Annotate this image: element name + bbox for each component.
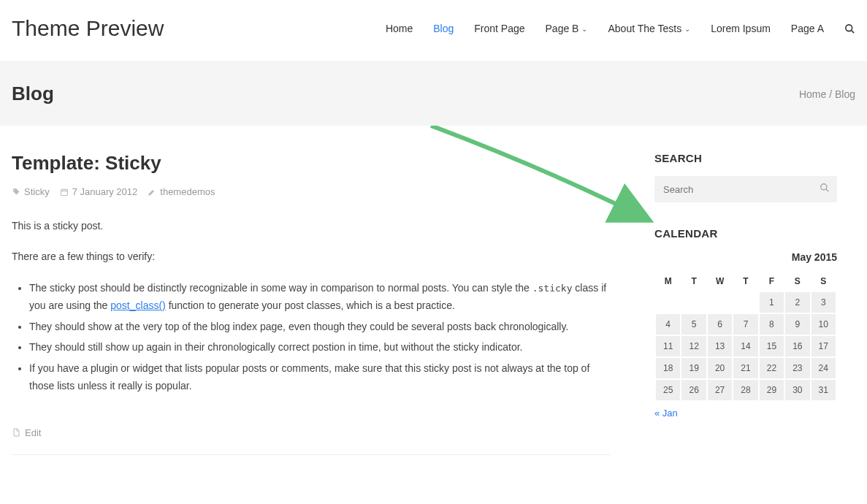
edit-label: Edit [25, 427, 41, 438]
list-item: If you have a plugin or widget that list… [29, 359, 611, 395]
nav-search-button[interactable] [844, 23, 855, 34]
post-meta: Sticky 7 January 2012 themedemos [12, 186, 611, 197]
calendar-table: M T W T F S S 1 2 3 45678910 [654, 270, 837, 402]
cal-day[interactable]: 22 [760, 358, 784, 378]
svg-rect-2 [61, 189, 67, 195]
cal-pad [656, 292, 680, 313]
cal-day[interactable]: 6 [708, 314, 732, 335]
nav-home[interactable]: Home [386, 23, 413, 34]
cal-day-head: S [811, 272, 836, 291]
cal-day[interactable]: 18 [656, 358, 680, 378]
cal-day-head: F [760, 272, 784, 291]
search-box [654, 176, 837, 202]
cal-day[interactable]: 1 [760, 292, 784, 313]
calendar-prev-link[interactable]: « Jan [654, 408, 678, 419]
post-class-link[interactable]: post_class() [110, 299, 165, 311]
main-column: Template: Sticky Sticky 7 January 2012 t… [12, 152, 611, 455]
breadcrumb-sep: / [826, 88, 835, 100]
cal-day[interactable]: 30 [785, 380, 809, 400]
cal-day[interactable]: 7 [733, 314, 757, 335]
cal-day[interactable]: 12 [681, 336, 706, 356]
cal-day[interactable]: 9 [785, 314, 809, 335]
nav-label: Home [386, 23, 413, 34]
cal-day-head: T [681, 272, 706, 291]
nav-lorem-ipsum[interactable]: Lorem Ipsum [711, 23, 771, 34]
calendar-prev[interactable]: « Jan [654, 408, 837, 419]
cal-pad [708, 292, 732, 313]
tag-icon [12, 188, 20, 196]
nav-label: About The Tests [608, 23, 681, 34]
search-icon [844, 23, 855, 34]
svg-line-7 [826, 189, 828, 191]
widget-title: SEARCH [654, 152, 837, 164]
nav-about-tests[interactable]: About The Tests⌄ [608, 23, 690, 34]
cal-day-head: S [785, 272, 809, 291]
cal-day[interactable]: 16 [785, 336, 809, 356]
cal-day[interactable]: 5 [681, 314, 706, 335]
post-title[interactable]: Template: Sticky [12, 152, 611, 175]
list-item: They should show at the very top of the … [29, 318, 611, 336]
search-icon [820, 183, 830, 193]
post-content: This is a sticky post. There are a few t… [12, 218, 611, 395]
text: The sticky post should be distinctly rec… [29, 282, 532, 294]
post-date-label: 7 January 2012 [72, 186, 138, 197]
cal-day[interactable]: 20 [708, 358, 732, 378]
cal-day-head: M [656, 272, 680, 291]
cal-pad [733, 292, 757, 313]
cal-pad [681, 292, 706, 313]
cal-day[interactable]: 25 [656, 380, 680, 400]
cal-day[interactable]: 31 [811, 380, 836, 400]
cal-day[interactable]: 29 [760, 380, 784, 400]
chevron-down-icon: ⌄ [684, 25, 690, 33]
nav-label: Lorem Ipsum [711, 23, 771, 34]
sidebar: SEARCH CALENDAR May 2015 M T W T F S S [654, 152, 837, 455]
cal-day[interactable]: 27 [708, 380, 732, 400]
cal-day[interactable]: 28 [733, 380, 757, 400]
main-nav: Home Blog Front Page Page B⌄ About The T… [386, 23, 855, 34]
search-submit-button[interactable] [820, 183, 830, 196]
cal-day[interactable]: 23 [785, 358, 809, 378]
cal-day[interactable]: 13 [708, 336, 732, 356]
nav-page-b[interactable]: Page B⌄ [546, 23, 588, 34]
cal-day[interactable]: 10 [811, 314, 836, 335]
cal-day[interactable]: 4 [656, 314, 680, 335]
cal-day[interactable]: 19 [681, 358, 706, 378]
cal-day[interactable]: 15 [760, 336, 784, 356]
cal-day[interactable]: 11 [656, 336, 680, 356]
cal-day-head: T [733, 272, 757, 291]
nav-front-page[interactable]: Front Page [474, 23, 524, 34]
nav-page-a[interactable]: Page A [791, 23, 824, 34]
page-title: Blog [12, 83, 54, 105]
site-title[interactable]: Theme Preview [12, 16, 164, 41]
cal-day[interactable]: 21 [733, 358, 757, 378]
post-list: The sticky post should be distinctly rec… [12, 279, 611, 395]
cal-day[interactable]: 24 [811, 358, 836, 378]
search-input[interactable] [654, 184, 837, 195]
post-paragraph: This is a sticky post. [12, 218, 611, 235]
post-tag-label: Sticky [24, 186, 50, 197]
breadcrumb-home[interactable]: Home [799, 88, 826, 100]
cal-day[interactable]: 17 [811, 336, 836, 356]
edit-link[interactable]: Edit [12, 427, 611, 455]
cal-day[interactable]: 8 [760, 314, 784, 335]
post-paragraph: There are a few things to verify: [12, 248, 611, 266]
cal-day[interactable]: 14 [733, 336, 757, 356]
topbar: Theme Preview Home Blog Front Page Page … [0, 0, 867, 62]
widget-calendar: CALENDAR May 2015 M T W T F S S 1 2 [654, 227, 837, 419]
page-header: Blog Home / Blog [0, 62, 867, 126]
svg-point-6 [821, 184, 827, 190]
nav-label: Front Page [474, 23, 524, 34]
post-tag[interactable]: Sticky [12, 186, 50, 197]
cal-day[interactable]: 26 [681, 380, 706, 400]
nav-label: Blog [433, 23, 454, 34]
calendar-caption: May 2015 [654, 251, 837, 263]
svg-line-1 [852, 30, 854, 32]
svg-point-0 [846, 24, 852, 31]
post-date[interactable]: 7 January 2012 [60, 186, 138, 197]
nav-label: Page B [546, 23, 579, 34]
cal-day[interactable]: 3 [811, 292, 836, 313]
cal-day[interactable]: 2 [785, 292, 809, 313]
post-author-label: themedemos [160, 186, 215, 197]
nav-blog[interactable]: Blog [433, 23, 454, 34]
post-author[interactable]: themedemos [148, 186, 215, 197]
